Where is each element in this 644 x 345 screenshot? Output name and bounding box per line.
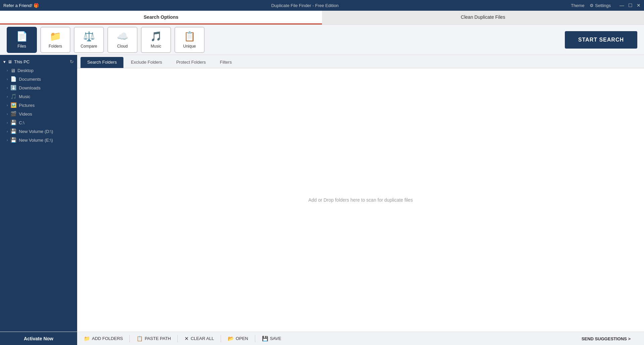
folders-icon: 📁: [50, 31, 61, 42]
clear-all-button[interactable]: ✕ CLEAR ALL: [184, 336, 214, 342]
window-controls: — ☐ ✕: [620, 3, 641, 8]
this-pc-label: This PC: [14, 59, 30, 64]
arrow-icon: ›: [7, 104, 8, 107]
e-drive-icon: 💾: [10, 137, 17, 143]
close-button[interactable]: ✕: [637, 3, 641, 8]
paste-path-icon: 📋: [137, 336, 143, 342]
folders-label: Folders: [49, 44, 62, 49]
downloads-label: Downloads: [19, 85, 40, 90]
app-title: Duplicate File Finder - Free Edition: [271, 3, 339, 8]
tab-search-folders[interactable]: Search Folders: [80, 57, 123, 68]
add-folders-label: ADD FOLDERS: [92, 336, 123, 341]
titlebar-left: Refer a Friend! 🎁: [3, 3, 39, 8]
start-search-button[interactable]: START SEARCH: [565, 31, 637, 49]
toolbar-compare[interactable]: ⚖️ Compare: [74, 27, 104, 53]
cloud-label: Cloud: [117, 44, 127, 49]
arrow-icon: ›: [7, 130, 8, 133]
add-folders-button[interactable]: 📁 ADD FOLDERS: [84, 336, 123, 342]
unique-label: Unique: [183, 44, 196, 49]
settings-button[interactable]: ⚙ Settings: [590, 3, 611, 8]
refresh-icon[interactable]: ↻: [70, 59, 74, 64]
minimize-button[interactable]: —: [620, 3, 624, 8]
main-tabs: Search Options Clean Duplicate Files: [0, 11, 644, 25]
sidebar-item-music[interactable]: › 🎵 Music: [0, 92, 77, 101]
open-button[interactable]: 📂 OPEN: [228, 336, 248, 342]
downloads-icon: ⬇️: [10, 85, 17, 91]
this-pc-icon: 🖥: [8, 59, 12, 64]
maximize-button[interactable]: ☐: [628, 3, 633, 8]
pictures-icon: 🖼️: [10, 102, 17, 108]
files-label: Files: [17, 44, 26, 49]
theme-button[interactable]: Theme: [571, 3, 584, 8]
compare-icon: ⚖️: [83, 31, 95, 42]
e-drive-label: New Volume (E:\): [19, 138, 53, 143]
separator: [129, 335, 130, 342]
sidebar-item-c-drive[interactable]: › 💾 C:\: [0, 118, 77, 127]
clear-all-icon: ✕: [184, 336, 189, 342]
save-icon: 💾: [262, 336, 268, 342]
sidebar-item-desktop[interactable]: › 🖥 Desktop: [0, 66, 77, 75]
cloud-icon: ☁️: [117, 31, 128, 42]
sidebar-item-e-drive[interactable]: › 💾 New Volume (E:\): [0, 136, 77, 144]
bottom-actions: 📁 ADD FOLDERS 📋 PASTE PATH ✕ CLEAR ALL 📂…: [77, 335, 644, 342]
documents-icon: 📄: [10, 76, 17, 82]
desktop-label: Desktop: [17, 68, 34, 73]
toolbar-folders[interactable]: 📁 Folders: [40, 27, 70, 53]
tab-search-options[interactable]: Search Options: [0, 11, 322, 24]
save-label: SAVE: [270, 336, 281, 341]
save-button[interactable]: 💾 SAVE: [262, 336, 281, 342]
clear-all-label: CLEAR ALL: [191, 336, 214, 341]
titlebar-right: Theme ⚙ Settings — ☐ ✕: [571, 3, 641, 8]
paste-path-button[interactable]: 📋 PASTE PATH: [137, 336, 171, 342]
music-label: Music: [151, 44, 161, 49]
toolbar-files[interactable]: 📄 Files: [7, 27, 37, 53]
separator: [177, 335, 178, 342]
sidebar-item-downloads[interactable]: › ⬇️ Downloads: [0, 83, 77, 92]
sidebar-item-videos[interactable]: › 🎬 Videos: [0, 110, 77, 118]
toolbar-music[interactable]: 🎵 Music: [141, 27, 171, 53]
videos-icon: 🎬: [10, 111, 17, 117]
tab-clean-duplicate[interactable]: Clean Duplicate Files: [322, 11, 644, 24]
bottom-right: SEND SUGGESTIONS >: [582, 336, 637, 342]
separator: [221, 335, 221, 342]
expand-icon: ▾: [3, 59, 6, 64]
music-icon: 🎵: [150, 31, 162, 42]
tab-protect-folders[interactable]: Protect Folders: [169, 57, 212, 68]
arrow-icon: ›: [7, 138, 8, 142]
unique-icon: 📋: [184, 31, 196, 42]
videos-label: Videos: [19, 112, 32, 117]
sidebar-header: ▾ 🖥 This PC ↻: [0, 57, 77, 66]
send-suggestions-button[interactable]: SEND SUGGESTIONS >: [582, 336, 631, 341]
sub-tabs: Search Folders Exclude Folders Protect F…: [77, 55, 644, 68]
sidebar-item-pictures[interactable]: › 🖼️ Pictures: [0, 101, 77, 110]
tab-filters[interactable]: Filters: [213, 57, 238, 68]
refer-friend[interactable]: Refer a Friend! 🎁: [3, 3, 39, 8]
c-drive-icon: 💾: [10, 120, 17, 126]
separator: [255, 335, 255, 342]
compare-label: Compare: [80, 44, 97, 49]
activate-button[interactable]: Activate Now: [0, 332, 77, 345]
paste-path-label: PASTE PATH: [145, 336, 171, 341]
bottom-bar: Activate Now 📁 ADD FOLDERS 📋 PASTE PATH …: [0, 332, 644, 345]
sidebar-item-documents[interactable]: › 📄 Documents: [0, 75, 77, 83]
documents-label: Documents: [19, 77, 41, 82]
desktop-icon: 🖥: [10, 68, 15, 73]
toolbar-unique[interactable]: 📋 Unique: [174, 27, 205, 53]
tab-exclude-folders[interactable]: Exclude Folders: [124, 57, 169, 68]
drop-message: Add or Drop folders here to scan for dup…: [308, 197, 413, 203]
c-drive-label: C:\: [19, 120, 24, 125]
toolbar-cloud[interactable]: ☁️ Cloud: [107, 27, 138, 53]
sidebar: ▾ 🖥 This PC ↻ › 🖥 Desktop › 📄 Documents …: [0, 55, 77, 332]
arrow-icon: ›: [7, 121, 8, 125]
drop-area: Add or Drop folders here to scan for dup…: [77, 68, 644, 332]
music-label: Music: [19, 94, 30, 99]
add-folders-icon: 📁: [84, 336, 90, 342]
music-folder-icon: 🎵: [10, 93, 17, 99]
arrow-icon: ›: [7, 77, 8, 81]
files-icon: 📄: [16, 31, 28, 42]
sidebar-item-d-drive[interactable]: › 💾 New Volume (D:\): [0, 127, 77, 136]
titlebar: Refer a Friend! 🎁 Duplicate File Finder …: [0, 0, 644, 11]
open-label: OPEN: [236, 336, 248, 341]
d-drive-label: New Volume (D:\): [19, 129, 53, 134]
content-area: ▾ 🖥 This PC ↻ › 🖥 Desktop › 📄 Documents …: [0, 55, 644, 332]
